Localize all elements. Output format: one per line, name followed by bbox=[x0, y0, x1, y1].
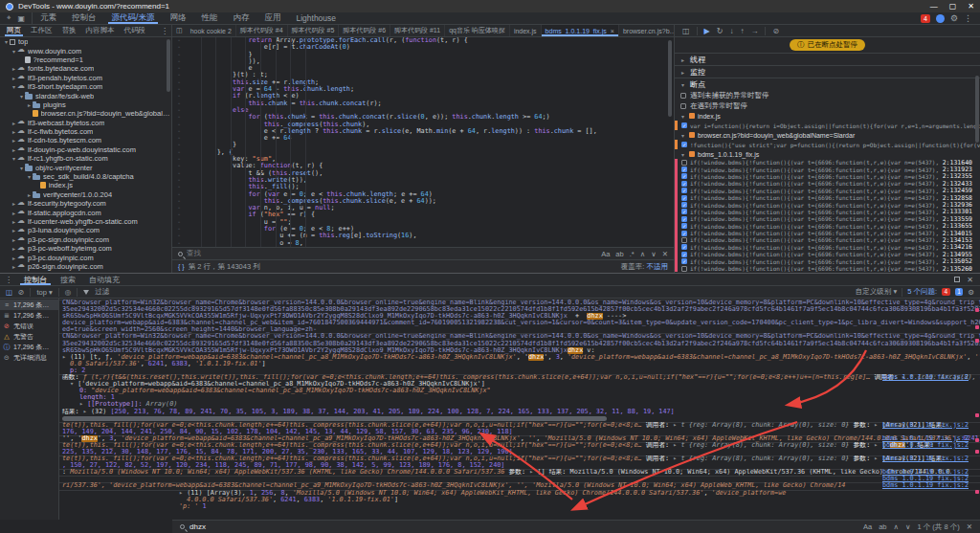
file-tab[interactable]: 脚本代码段 #4 bbox=[236, 25, 288, 36]
match-case-toggle[interactable]: Aa bbox=[601, 250, 610, 258]
dock-drawer-icon[interactable] bbox=[954, 277, 960, 282]
breakpoint-entry[interactable]: if(!window.bdms){!function(){(var t={669… bbox=[675, 188, 980, 194]
section-监控[interactable]: ▸监控 bbox=[675, 65, 980, 78]
console-message[interactable]: CN&browser_platform=Win32&browser_name=C… bbox=[59, 333, 980, 340]
debugger-scrollbar[interactable] bbox=[975, 76, 979, 143]
section-断点[interactable]: ▾断点 bbox=[675, 78, 980, 90]
console-message[interactable]: 0.0 Safari/537.36', 6241, 6383, '1.0.1.1… bbox=[59, 361, 980, 367]
step-out-icon[interactable]: ↑ bbox=[740, 27, 744, 35]
console-sidebar-toggle-icon[interactable]: ◫ bbox=[6, 288, 12, 297]
coverage-value[interactable]: 不适用 bbox=[647, 262, 669, 271]
breakpoint-entry[interactable]: if(!window.bdms){!function(){(var t={669… bbox=[675, 215, 980, 222]
navigator-tab[interactable]: 内容脚本 bbox=[82, 25, 119, 36]
breakpoint-checkbox[interactable] bbox=[681, 252, 687, 257]
console-filter-item[interactable]: ⓘ17,296 条信息 bbox=[0, 342, 58, 352]
console-message[interactable]: 'p: ' 1 bbox=[59, 503, 980, 510]
minimize-icon[interactable]: — bbox=[930, 2, 938, 11]
tree-item[interactable]: ▸lf-c-flwb.bytetos.com bbox=[0, 127, 171, 136]
source-link[interactable]: bdms_1.0.1.19_fix.js:2 bbox=[882, 422, 969, 429]
inspect-element-icon[interactable]: ⌖ bbox=[7, 13, 11, 23]
breakpoint-entry[interactable]: if(!window.bdms){!function(){(var t={669… bbox=[675, 194, 980, 201]
navigator-tab[interactable]: 网页 bbox=[3, 25, 25, 36]
breakpoint-location[interactable]: 2:135260 bbox=[943, 265, 972, 272]
pretty-print-icon[interactable]: { } bbox=[178, 263, 185, 270]
breakpoint-checkbox[interactable] bbox=[681, 173, 687, 179]
tree-item[interactable]: ▸p3-pc-weboff.byteimg.com bbox=[0, 244, 171, 253]
breakpoint-checkbox[interactable] bbox=[681, 181, 687, 187]
breakpoint-entry[interactable]: if(!window.bdms){!function(){(var t={669… bbox=[675, 209, 980, 215]
tree-item[interactable]: ▸p3-pc.douyinpic.com bbox=[0, 253, 171, 261]
main-tab[interactable]: 性能 bbox=[193, 12, 225, 24]
console-message[interactable]: 结果: ▸ (32) [250, 213, 76, 78, 89, 241, 7… bbox=[59, 409, 980, 415]
console-settings-icon[interactable]: ⚙ bbox=[968, 288, 974, 297]
breakpoint-entry[interactable]: if(!window.bdms){!function(){(var t={669… bbox=[675, 251, 980, 257]
source-link[interactable]: bdms_1.0.1.19_fix.js:2 bbox=[882, 455, 969, 462]
profile-avatar[interactable] bbox=[936, 14, 945, 23]
navigator-tab[interactable]: 替换 bbox=[58, 25, 80, 36]
resume-script-icon[interactable]: ▶ bbox=[704, 27, 710, 35]
tree-item[interactable]: ▾www.douyin.com bbox=[0, 46, 171, 55]
drawer-tab[interactable]: 搜索 bbox=[54, 274, 82, 285]
tree-scrollbar[interactable] bbox=[167, 39, 170, 92]
console-message[interactable]: '', 'dhzx', 3, 'device_platform=webapp&a… bbox=[59, 435, 980, 442]
console-filter-item[interactable]: ⊘无错误 bbox=[0, 321, 58, 331]
close-icon[interactable]: ✕ bbox=[968, 2, 974, 11]
console-messages[interactable]: CN&browser_platform=Win32&browser_name=C… bbox=[59, 299, 980, 520]
log-levels-dropdown[interactable]: 自定义级别 ▾ bbox=[856, 287, 897, 297]
breakpoint-file-group[interactable]: ▾index.js bbox=[675, 111, 980, 121]
breakpoint-checkbox[interactable] bbox=[681, 188, 687, 193]
console-message[interactable]: ed=true&screen_width=2560&screen_height=… bbox=[59, 326, 980, 333]
breakpoint-checkbox[interactable] bbox=[681, 209, 687, 214]
breakpoint-location[interactable]: 2:132858 bbox=[943, 194, 972, 201]
breakpoint-entry[interactable]: if(!window.bdms){!function(){(var t={669… bbox=[675, 257, 980, 264]
tree-item[interactable]: ▸p3-luna.douyinpic.com bbox=[0, 226, 171, 234]
console-message[interactable]: CN&browser_platform=Win32&browser_name=C… bbox=[59, 300, 980, 306]
editor-scrollbar[interactable] bbox=[668, 40, 672, 117]
console-message[interactable]: te(t)),this._fill();for(var e=0;e<this.c… bbox=[59, 422, 980, 429]
navigator-tab[interactable]: 工作区 bbox=[27, 25, 56, 36]
code-line[interactable]: - } bbox=[172, 142, 674, 148]
breakpoint-location[interactable]: 2:133301 bbox=[943, 209, 972, 215]
horizontal-scrollbar[interactable] bbox=[62, 416, 607, 421]
tree-item[interactable]: index.js bbox=[0, 181, 171, 189]
breakpoint-entry[interactable]: if(!window.bdms){!function(){(var t={669… bbox=[675, 159, 980, 166]
console-message[interactable]: ▸ (11) [t, ƒ, 'device_platform=webapp&ai… bbox=[59, 354, 980, 361]
breakpoint-entry[interactable]: if(!window.bdms){!function(){(var t={669… bbox=[675, 230, 980, 236]
regex-toggle[interactable]: .* bbox=[630, 250, 635, 258]
console-message[interactable]: 4.0.0.0 Safari/537.36', 6241, 6383, '1.0… bbox=[59, 497, 980, 503]
console-filter-item[interactable]: ≡17,296 条消息 bbox=[0, 300, 58, 310]
source-link[interactable]: bdms_1.0.1.19_fix.js:2 bbox=[882, 469, 969, 476]
search-match-case-toggle[interactable]: Aa bbox=[863, 522, 872, 531]
tree-item[interactable]: ▸plugins bbox=[0, 100, 171, 109]
console-message[interactable]: 35ee29432002d5c32534e4660c02255dc8932916… bbox=[59, 341, 980, 347]
file-tab[interactable]: 脚本代码段 #11 bbox=[390, 25, 445, 36]
search-previous-icon[interactable]: ∧ bbox=[894, 522, 900, 531]
breakpoint-checkbox[interactable] bbox=[681, 195, 687, 201]
tree-item[interactable]: ▸verifycenter/1.0.0.204 bbox=[0, 190, 171, 199]
main-tab[interactable]: 应用 bbox=[256, 12, 288, 24]
console-message[interactable]: ri/537.36', 'device_platform=webapp&aid=… bbox=[59, 482, 980, 489]
breakpoint-location[interactable]: 2:134216 bbox=[943, 244, 972, 251]
tree-item[interactable]: ▸lf-ucenter-web.yhgfb-cn-static.com bbox=[0, 217, 171, 226]
context-selector[interactable]: top ▾ bbox=[36, 288, 52, 297]
console-message[interactable]: te(t)),this._fill();for(var e=0;e<this.c… bbox=[59, 442, 980, 449]
whole-word-toggle[interactable]: ab bbox=[615, 250, 623, 258]
issues-warning-badge[interactable]: 1 bbox=[955, 288, 964, 297]
breakpoint-entry[interactable]: if(!window.bdms){!function(){(var t={669… bbox=[675, 265, 980, 272]
tree-item[interactable]: ▸p26-sign.douyinpic.com bbox=[0, 262, 171, 271]
console-message[interactable]: ▸ (11) [Array(3), 1, 256, 8, 'Mozilla/5.… bbox=[59, 490, 980, 497]
close-find-icon[interactable]: ✕ bbox=[662, 250, 668, 258]
console-search-query[interactable]: dhzx bbox=[189, 522, 206, 531]
breakpoint-file-group[interactable]: ▾bdms_1.0.1.19_fix.js bbox=[675, 149, 980, 159]
tree-item[interactable]: ▾lf-rc1.yhgfb-cn-static.com bbox=[0, 154, 171, 163]
file-tab[interactable]: 脚本代码段 #5 bbox=[288, 25, 340, 36]
checkbox-icon[interactable] bbox=[680, 93, 686, 99]
clear-console-icon[interactable]: ⊘ bbox=[18, 288, 24, 297]
source-link[interactable]: bdms_1.0.1.19_fix.js:2 bbox=[882, 482, 969, 489]
error-count-badge[interactable]: 4 bbox=[921, 14, 930, 23]
tree-item[interactable]: ▸lf3-pendah.bytetos.com bbox=[0, 74, 171, 82]
file-tab[interactable]: index.js bbox=[510, 25, 542, 36]
find-next-icon[interactable]: ∨ bbox=[651, 250, 657, 258]
console-message[interactable]: 176, 149, 204, 144, 241, 250, 84, 90, 15… bbox=[59, 429, 980, 435]
breakpoint-location[interactable]: 2:134955 bbox=[943, 251, 972, 257]
